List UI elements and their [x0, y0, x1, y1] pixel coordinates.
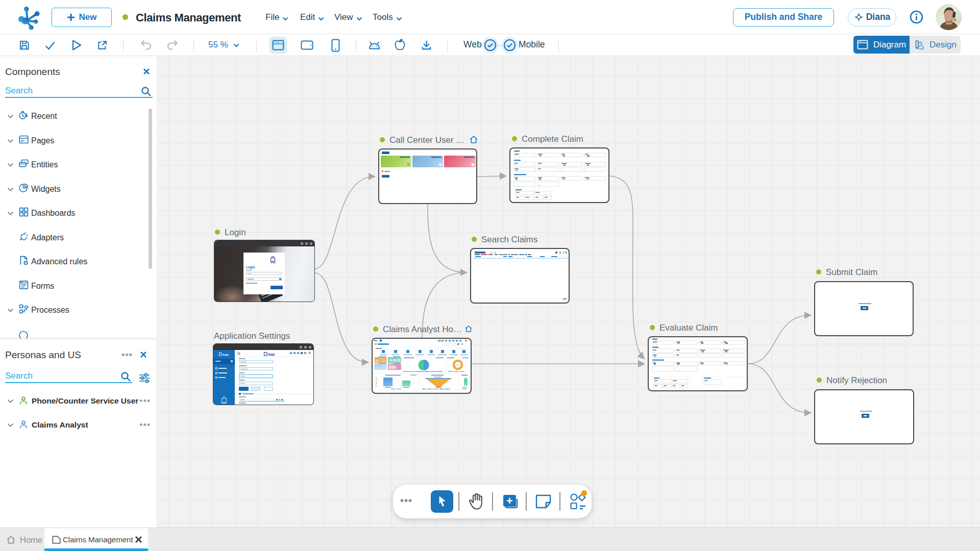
svg-text:86,461,78: 86,461,78	[389, 359, 400, 362]
svg-text:logo: logo	[271, 261, 276, 264]
svg-text:0: 0	[376, 359, 378, 363]
svg-text:logo: logo	[268, 353, 275, 356]
svg-text:850: 850	[389, 365, 396, 370]
svg-text:87,49: 87,49	[455, 364, 460, 366]
svg-text:logo: logo	[221, 402, 226, 404]
svg-text:logo: logo	[223, 353, 229, 356]
svg-text:-----: -----	[435, 381, 439, 383]
svg-text:1: 1	[376, 366, 378, 369]
